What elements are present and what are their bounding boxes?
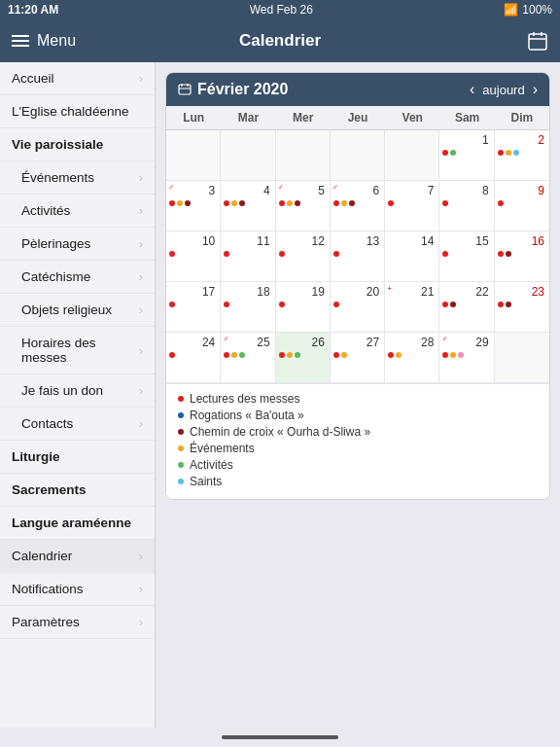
sidebar-item-pelerinages[interactable]: Pèlerinages › — [0, 228, 155, 261]
chevron-right-icon: › — [139, 236, 143, 251]
prev-month-button[interactable]: ‹ — [470, 81, 474, 98]
chevron-right-icon: › — [139, 383, 143, 398]
event-dot — [239, 352, 245, 358]
sidebar-label: Notifications — [12, 582, 84, 596]
menu-button[interactable]: Menu — [12, 32, 109, 50]
legend-dot-blue — [178, 412, 184, 418]
day-dots — [279, 200, 327, 206]
event-dot — [169, 200, 175, 206]
calendar-cell[interactable]: +21 — [385, 282, 439, 333]
event-dot — [224, 352, 229, 358]
legend-item-chemin: Chemin de croix « Ourha d-Sliwa » — [178, 425, 538, 439]
day-header-jeu: Jeu — [331, 106, 385, 129]
event-dot — [224, 251, 229, 257]
day-number: 14 — [388, 233, 436, 249]
calendar-cell[interactable]: ♂5 — [276, 181, 331, 231]
day-number: 23 — [498, 284, 546, 300]
calendar-cell[interactable]: 4 — [221, 181, 275, 231]
sidebar-item-catechisme[interactable]: Catéchisme › — [0, 261, 155, 294]
calendar-cell[interactable]: 15 — [439, 231, 494, 282]
sidebar-item-parametres[interactable]: Paramètres › — [0, 606, 155, 639]
calendar-cell[interactable]: 27 — [331, 333, 385, 383]
calendar-cell[interactable]: 28 — [385, 333, 439, 383]
calendar-cell[interactable]: 13 — [331, 231, 385, 282]
day-dots — [224, 352, 271, 358]
calendar-cell[interactable]: 10 — [166, 231, 221, 282]
day-dots — [388, 352, 436, 358]
event-dot — [295, 352, 300, 358]
sidebar-item-activites[interactable]: Activités › — [0, 195, 155, 228]
legend-dot-orange — [178, 445, 184, 451]
calendar-title: Février 2020 — [178, 81, 288, 98]
event-dot — [279, 251, 285, 257]
calendar-cell[interactable]: 7 — [385, 181, 439, 231]
calendar-cell[interactable]: 20 — [331, 282, 385, 333]
legend-label: Activités — [190, 458, 233, 472]
sidebar-item-accueil[interactable]: Accueil › — [0, 62, 155, 95]
chevron-right-icon: › — [139, 343, 143, 358]
wifi-icon: 📶 — [504, 3, 518, 17]
day-dots — [169, 302, 217, 307]
sidebar-item-horaires[interactable]: Horaires des messes › — [0, 327, 155, 374]
event-dot — [450, 302, 456, 307]
day-dots — [388, 200, 436, 206]
sidebar-item-objets[interactable]: Objets religieux › — [0, 294, 155, 327]
calendar-cell[interactable]: 8 — [439, 181, 494, 231]
calendar-cell[interactable]: 17 — [166, 282, 221, 333]
sidebar-item-calendrier[interactable]: Calendrier › — [0, 540, 155, 573]
calendar-cell — [495, 333, 549, 383]
svg-rect-0 — [529, 34, 546, 50]
sidebar-item-notifications[interactable]: Notifications › — [0, 573, 155, 606]
nav-calendar-icon[interactable] — [451, 30, 548, 52]
calendar-cell[interactable]: 16 — [495, 231, 549, 282]
sidebar-item-don[interactable]: Je fais un don › — [0, 374, 155, 408]
calendar-cell[interactable]: 22 — [439, 282, 494, 333]
sidebar-label: Activités — [21, 203, 70, 218]
calendar-cell[interactable]: 2 — [495, 130, 549, 181]
calendar-cell[interactable]: 12 — [276, 231, 331, 282]
day-special-marker: ♂ — [441, 335, 447, 343]
day-headers: Lun Mar Mer Jeu Ven Sam Dim — [166, 106, 549, 130]
calendar-cell[interactable]: 14 — [385, 231, 439, 282]
event-dot — [450, 352, 456, 358]
calendar-cell[interactable]: ♂3 — [166, 181, 221, 231]
day-dots — [442, 150, 490, 156]
calendar-grid: 12♂34♂5♂67891011121314151617181920+21222… — [166, 130, 549, 383]
event-dot — [333, 302, 339, 307]
next-month-button[interactable]: › — [533, 81, 538, 98]
legend-item-lectures: Lectures des messes — [178, 392, 538, 406]
day-dots — [224, 251, 271, 257]
calendar-cell[interactable]: 19 — [276, 282, 331, 333]
calendar-cell[interactable]: ♂25 — [221, 333, 275, 383]
sidebar-item-evenements[interactable]: Événements › — [0, 161, 155, 195]
sidebar-item-eglise[interactable]: L'Eglise chaldéenne — [0, 95, 155, 128]
calendar-cell[interactable]: ♂29 — [439, 333, 494, 383]
day-number: 28 — [388, 335, 436, 350]
calendar-cell[interactable]: 24 — [166, 333, 221, 383]
nav-title: Calendrier — [109, 31, 451, 51]
event-dot — [177, 200, 183, 206]
sidebar-label: Je fais un don — [21, 383, 103, 398]
sidebar-label: Accueil — [12, 71, 54, 86]
calendar-cell[interactable]: 23 — [495, 282, 549, 333]
calendar-cell[interactable]: 11 — [221, 231, 275, 282]
calendar-cell[interactable]: 9 — [495, 181, 549, 231]
chevron-right-icon: › — [139, 71, 143, 86]
event-dot — [442, 251, 448, 257]
sidebar-label: Paramètres — [12, 615, 80, 629]
sidebar-item-contacts[interactable]: Contacts › — [0, 408, 155, 441]
day-number: 13 — [333, 233, 381, 249]
event-dot — [333, 251, 339, 257]
today-button[interactable]: aujourd — [482, 83, 524, 97]
calendar-cell[interactable]: 26 — [276, 333, 331, 383]
event-dot — [498, 200, 504, 206]
calendar-cell[interactable]: 1 — [439, 130, 494, 181]
day-dots — [333, 251, 381, 257]
calendar-cell[interactable]: ♂6 — [331, 181, 385, 231]
calendar-cell[interactable]: 18 — [221, 282, 275, 333]
event-dot — [506, 302, 511, 307]
day-number: 29 — [442, 335, 490, 350]
day-header-dim: Dim — [495, 106, 549, 129]
day-number: 19 — [279, 284, 327, 300]
event-dot — [295, 200, 300, 206]
